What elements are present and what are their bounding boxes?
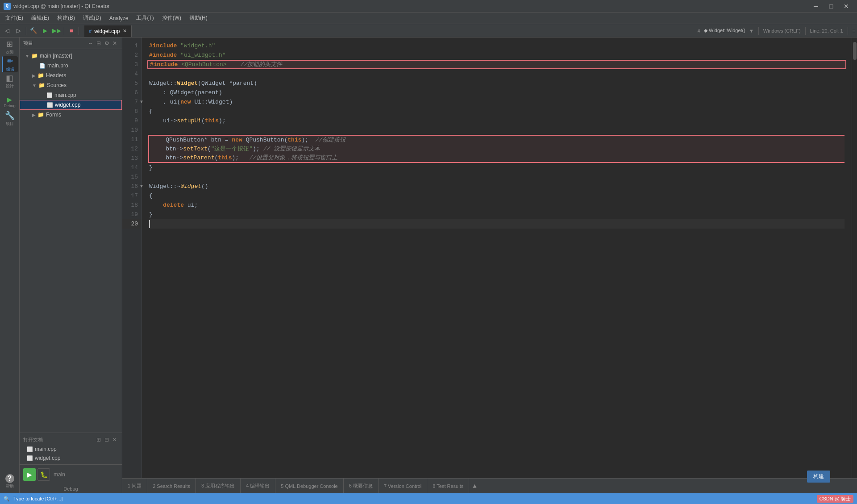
menu-analyze[interactable]: Analyze (106, 14, 132, 22)
close-button[interactable]: ✕ (839, 2, 853, 11)
search-icon: 🔍 (4, 496, 10, 502)
bottom-tab-appout[interactable]: 3 应用程序输出 (196, 479, 241, 493)
minimize-button[interactable]: ─ (809, 2, 823, 11)
menu-file[interactable]: 文件(E) (2, 13, 27, 23)
brace-open-17: { (149, 191, 153, 200)
toolbar-run-btn[interactable]: ▶ (40, 25, 50, 36)
destructor-params: () (201, 182, 208, 191)
sidebar-item-debug[interactable]: ▶ Debug (2, 94, 18, 110)
bottom-tab-compile[interactable]: 4 编译输出 (241, 479, 275, 493)
open-docs-btn1[interactable]: ⊞ (95, 436, 102, 443)
tree-item-root[interactable]: ▼ 📁 main [master] (20, 51, 122, 61)
toolbar-back-btn[interactable]: ◁ (2, 25, 12, 36)
bottom-tab-search[interactable]: 2 Search Results (147, 479, 196, 493)
panel-settings-btn[interactable]: ⚙ (103, 40, 110, 47)
toolbar-debug-run-btn[interactable]: ▶▶ (51, 25, 62, 36)
menu-bar: 文件(E) 编辑(E) 构建(B) 调试(D) Analyze 工具(T) 控件… (0, 12, 857, 24)
ln-5: 5 (122, 79, 141, 88)
ui-ref: ui (163, 116, 170, 125)
toolbar-forward-btn[interactable]: ▷ (13, 25, 24, 36)
toolbar-build-btn[interactable]: 🔨 (28, 25, 39, 36)
open-docs-close[interactable]: ✕ (111, 436, 118, 443)
func-setparent: setParent (183, 153, 214, 162)
tree-item-mainpro[interactable]: 📄 main.pro (20, 61, 122, 71)
ln-11: 11 (122, 135, 141, 144)
tree-item-maincpp[interactable]: ⬜ main.cpp (20, 90, 122, 100)
bottom-tab-general[interactable]: 6 概要信息 (344, 479, 379, 493)
tab-compile-label: 4 编译输出 (246, 483, 270, 489)
code-line-17: { (149, 191, 845, 200)
params-5: (QWidget *parent) (198, 79, 257, 88)
bottom-tab-problems[interactable]: 1 问题 (122, 479, 147, 493)
scrollbar-right[interactable] (852, 37, 857, 478)
maximize-button[interactable]: □ (824, 2, 838, 11)
code-lines[interactable]: #include "widget.h" #include "ui_widget.… (142, 37, 852, 478)
run-btn[interactable]: ▶ (23, 468, 36, 481)
ln-15: 15 (122, 172, 141, 182)
scrollbar-thumb (853, 42, 857, 60)
bottom-tab-vcs[interactable]: 7 Version Control (379, 479, 427, 493)
tab-appout-label: 3 应用程序输出 (201, 483, 235, 489)
debug-label: Debug (63, 486, 78, 492)
tree-label-maincpp: main.cpp (54, 92, 76, 98)
panel-filter-btn[interactable]: ⊟ (95, 40, 102, 47)
sidebar-item-edit[interactable]: ✏ 编辑 (2, 56, 18, 72)
semi-11: ); (302, 135, 309, 145)
sidebar-item-project[interactable]: 🔧 项目 (2, 111, 18, 127)
project-folder-icon: 📁 (31, 53, 38, 59)
menu-help[interactable]: 帮助(H) (186, 13, 211, 23)
indent-12: btn-> (152, 144, 183, 154)
menu-build[interactable]: 构建(B) (54, 13, 79, 23)
kw-include3: #include (150, 60, 181, 69)
sidebar-item-welcome[interactable]: ⊞ 欢迎 (2, 39, 18, 55)
open-docs-btn2[interactable]: ⊟ (103, 436, 110, 443)
tab-close-icon[interactable]: ✕ (123, 28, 127, 34)
panel-sync-btn[interactable]: ↔ (87, 40, 94, 47)
open-doc-maincpp[interactable]: ⬜ main.cpp (20, 445, 122, 454)
code-line-9: ui->setupUi(this); (149, 116, 845, 125)
sidebar-item-help[interactable]: ? 帮助 (2, 474, 18, 490)
status-left: 🔍 Type to locate [Ctrl+...] (4, 496, 62, 502)
toolbar-stop-btn[interactable]: ■ (66, 25, 77, 36)
tree-item-sources[interactable]: ▼ 📁 Sources (20, 80, 122, 90)
sidebar-item-design[interactable]: ◧ 设计 (2, 73, 18, 89)
forms-folder-icon: 📁 (37, 112, 44, 118)
csdn-logo: CSDN @ 骑士 (817, 495, 853, 503)
tree-item-headers[interactable]: ▶ 📁 Headers (20, 71, 122, 80)
destructor-name: Widget (180, 182, 201, 191)
panel-close-btn[interactable]: ✕ (111, 40, 118, 47)
menu-icon[interactable]: ≡ (853, 28, 855, 33)
menu-debug[interactable]: 调试(D) (79, 13, 105, 23)
status-right: CSDN @ 骑士 (817, 495, 853, 503)
code-line-19: } (149, 210, 845, 219)
file-tree-panel: 项目 ↔ ⊟ ⚙ ✕ ▼ 📁 main [master] (20, 37, 122, 493)
expand-arrow: ▼ (25, 54, 29, 58)
build-button[interactable]: 构建 (807, 471, 830, 483)
close-12: ); (253, 144, 260, 154)
bottom-tab-qml[interactable]: 5 QML Debugger Console (275, 479, 343, 493)
code-editor[interactable]: 1 2 3 4 5 6 7 8 9 10 11 12 13 (122, 37, 852, 478)
func-setupui: setupUi (177, 116, 201, 125)
tree-item-forms[interactable]: ▶ 📁 Forms (20, 110, 122, 120)
ln-3: 3 (122, 60, 141, 69)
bottom-expand-icon[interactable]: ▲ (473, 483, 476, 490)
menu-edit[interactable]: 编辑(E) (28, 13, 53, 23)
bottom-right-area: ▲ (469, 479, 480, 493)
status-bar: 🔍 Type to locate [Ctrl+...] CSDN @ 骑士 (0, 493, 857, 504)
ln-17: 17 (122, 191, 141, 200)
window-controls[interactable]: ─ □ ✕ (809, 2, 853, 11)
tree-item-widgetcpp[interactable]: ⬜ widget.cpp (20, 100, 122, 110)
debug-run-btn[interactable]: 🐛 (37, 468, 50, 481)
init-ui: , ui( (149, 97, 180, 107)
menu-controls[interactable]: 控件(W) (158, 13, 185, 23)
tree-label-mainpro: main.pro (47, 62, 68, 69)
open-doc-widgetcpp[interactable]: ⬜ widget.cpp (20, 454, 122, 462)
ln-2: 2 (122, 50, 141, 60)
doc-cpp-icon: ⬜ (27, 446, 33, 452)
tab-general-label: 6 概要信息 (349, 483, 373, 489)
tab-widget-cpp[interactable]: # widget.cpp ✕ (84, 25, 132, 37)
tab-test-label: 8 Test Results (433, 483, 463, 489)
menu-tools[interactable]: 工具(T) (133, 13, 157, 23)
bottom-tab-test[interactable]: 8 Test Results (427, 479, 469, 493)
str-btn-text: "这是一个按钮" (211, 144, 253, 154)
